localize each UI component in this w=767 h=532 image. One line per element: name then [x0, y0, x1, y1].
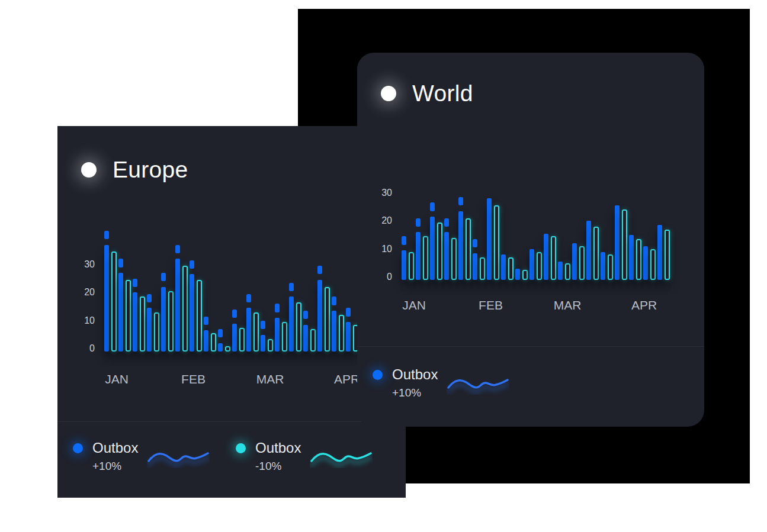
bar-secondary	[211, 333, 216, 352]
bar-cap-marker	[289, 283, 294, 291]
bar-secondary	[522, 270, 528, 280]
bar-secondary	[551, 236, 556, 280]
legend-item: Outbox -10%	[236, 430, 373, 473]
bar-primary	[458, 211, 463, 280]
legend-text: Outbox +10%	[392, 357, 444, 399]
bar-cap-marker	[175, 245, 180, 253]
legend-series-dot-icon	[236, 443, 246, 453]
bar-secondary	[466, 218, 471, 280]
bar-cap-marker	[416, 218, 421, 227]
bar-primary	[332, 311, 336, 352]
bar-primary	[133, 292, 137, 352]
bar-cap-marker	[261, 321, 265, 329]
bar-primary	[118, 273, 123, 352]
y-axis-tick-label: 30	[69, 259, 95, 270]
bar-primary	[572, 243, 577, 280]
x-axis-month-label: JAN	[390, 299, 438, 312]
bar-primary	[643, 246, 648, 280]
bar-primary	[473, 253, 477, 280]
y-axis-tick-label: 30	[366, 187, 392, 199]
bar-primary	[303, 325, 308, 352]
y-axis-tick-label: 20	[366, 215, 392, 227]
y-axis-tick-label: 0	[69, 343, 95, 354]
bar-primary	[402, 250, 406, 280]
bar-secondary	[537, 252, 542, 280]
bar-secondary	[239, 328, 245, 352]
bar-primary	[232, 324, 237, 352]
bar-primary	[544, 234, 548, 280]
y-axis-tick-label: 10	[69, 315, 95, 327]
bar-secondary	[296, 302, 301, 352]
bar-secondary	[480, 257, 485, 280]
bar-primary	[147, 308, 152, 352]
legend-text: Outbox -10%	[255, 430, 307, 473]
bar-primary	[175, 259, 180, 352]
bar-secondary	[423, 236, 428, 280]
bar-secondary	[437, 223, 442, 280]
canvas: Europe 3020100JANFEBMARAPR Outbox +10% O…	[0, 0, 767, 532]
bar-cap-marker	[317, 266, 322, 274]
legend-text: Outbox +10%	[92, 430, 145, 473]
bar-primary	[657, 225, 662, 280]
legend-series-dot-icon	[73, 443, 83, 453]
legend-series-label: Outbox	[392, 366, 444, 383]
bar-secondary	[339, 315, 344, 352]
bar-cap-marker	[473, 239, 477, 247]
bar-secondary	[579, 246, 585, 280]
bar-cap-marker	[133, 279, 137, 287]
bar-cap-marker	[458, 197, 463, 205]
bar-secondary	[225, 346, 230, 352]
x-axis-month-label: JAN	[93, 373, 140, 386]
bar-secondary	[182, 266, 188, 352]
bar-secondary	[650, 249, 656, 280]
bar-cap-marker	[218, 329, 223, 337]
bar-secondary	[665, 230, 670, 280]
bar-primary	[204, 330, 208, 352]
bar-secondary	[325, 287, 330, 352]
bar-secondary	[140, 296, 145, 352]
bar-secondary	[508, 257, 514, 280]
bar-primary	[104, 245, 109, 352]
bar-primary	[190, 274, 194, 352]
bar-secondary	[154, 312, 159, 352]
bar-primary	[515, 269, 520, 280]
bar-cap-marker	[118, 259, 123, 267]
bar-cap-marker	[275, 304, 280, 312]
bar-cap-marker	[444, 218, 449, 227]
bar-secondary	[565, 263, 570, 280]
bar-cap-marker	[246, 294, 251, 302]
x-axis-month-label: FEB	[170, 373, 217, 386]
legend-series-label: Outbox	[255, 440, 307, 456]
bar-primary	[246, 308, 251, 352]
bar-primary	[615, 205, 620, 280]
bar-cap-marker	[232, 309, 237, 318]
bar-secondary	[282, 322, 287, 352]
x-axis-month-label: APR	[621, 299, 668, 312]
bar-secondary	[168, 291, 174, 352]
bar-cap-marker	[430, 202, 435, 211]
bar-primary	[317, 280, 322, 352]
legend-row: Outbox +10% Outbox -10%	[73, 430, 396, 473]
bar-primary	[558, 262, 563, 280]
bar-secondary	[111, 252, 117, 352]
bar-cap-marker	[104, 231, 109, 239]
y-axis-tick-label: 10	[366, 243, 392, 255]
bar-cap-marker	[147, 294, 152, 302]
y-axis-tick-label: 20	[69, 286, 95, 298]
legend-item: Outbox +10%	[373, 357, 509, 399]
bar-primary	[629, 235, 634, 280]
sparkline-wave-icon	[310, 448, 373, 468]
bar-primary	[444, 232, 449, 280]
bar-cap-marker	[346, 308, 351, 316]
bar-cap-marker	[332, 296, 336, 305]
bar-secondary	[636, 239, 641, 280]
sparkline-wave-icon	[147, 448, 210, 468]
legend-series-label: Outbox	[92, 440, 145, 456]
bar-primary	[275, 318, 280, 352]
bar-secondary	[494, 205, 499, 280]
y-axis-tick-label: 0	[366, 271, 392, 283]
bar-primary	[416, 232, 421, 280]
bar-primary	[289, 296, 294, 352]
bar-primary	[487, 198, 492, 280]
legend-series-delta: +10%	[92, 460, 145, 473]
